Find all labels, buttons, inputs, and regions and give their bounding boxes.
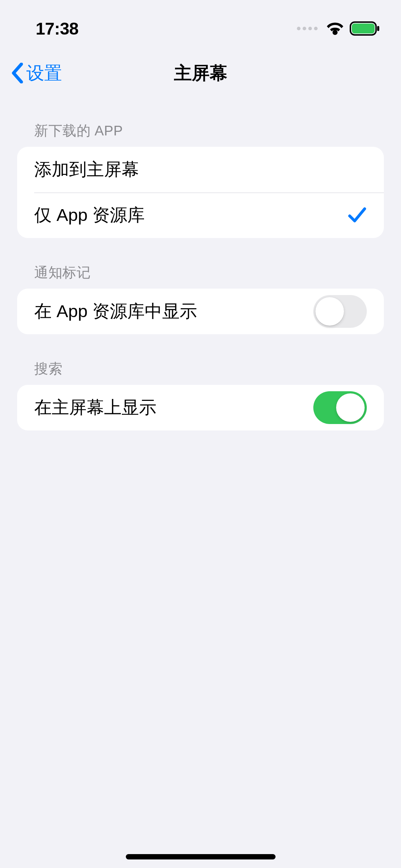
battery-icon (350, 21, 380, 36)
toggle-show-in-app-library[interactable] (313, 295, 367, 328)
row-show-on-home: 在主屏幕上显示 (17, 385, 384, 430)
row-label: 在主屏幕上显示 (34, 396, 156, 419)
option-label: 添加到主屏幕 (34, 158, 139, 181)
toggle-show-on-home[interactable] (313, 391, 367, 424)
section-header-search: 搜索 (17, 334, 384, 385)
group-badges: 在 App 资源库中显示 (17, 289, 384, 334)
toggle-knob (315, 297, 344, 326)
option-app-library-only[interactable]: 仅 App 资源库 (17, 192, 384, 238)
status-time: 17:38 (36, 19, 78, 38)
back-label: 设置 (26, 61, 62, 85)
chevron-left-icon (11, 63, 24, 83)
cellular-dots-icon (297, 27, 318, 30)
group-search: 在主屏幕上显示 (17, 385, 384, 430)
section-header-new-apps: 新下载的 APP (17, 96, 384, 147)
toggle-knob (336, 393, 365, 422)
content: 新下载的 APP 添加到主屏幕 仅 App 资源库 通知标记 在 App 资源库… (0, 96, 401, 430)
section-header-badges: 通知标记 (17, 238, 384, 289)
wifi-icon (326, 22, 344, 35)
home-indicator[interactable] (126, 854, 276, 859)
row-show-in-app-library: 在 App 资源库中显示 (17, 289, 384, 334)
option-label: 仅 App 资源库 (34, 203, 145, 227)
row-label: 在 App 资源库中显示 (34, 300, 197, 323)
nav-bar: 设置 主屏幕 (0, 50, 401, 96)
status-bar: 17:38 (0, 0, 401, 50)
option-add-to-home[interactable]: 添加到主屏幕 (17, 147, 384, 192)
status-indicators (297, 21, 380, 36)
back-button[interactable]: 设置 (11, 61, 62, 85)
checkmark-icon (348, 206, 367, 224)
svg-rect-1 (352, 24, 375, 33)
svg-rect-2 (377, 26, 379, 31)
group-new-apps: 添加到主屏幕 仅 App 资源库 (17, 147, 384, 238)
